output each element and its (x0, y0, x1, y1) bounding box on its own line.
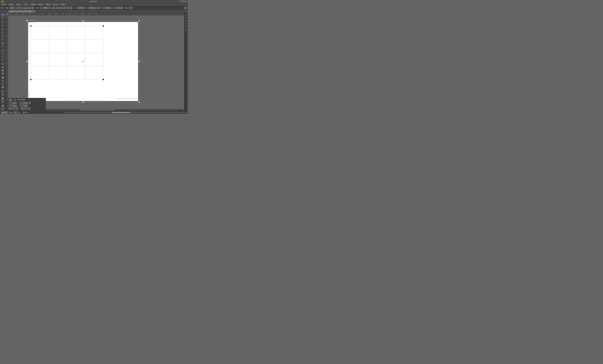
transform-w-input[interactable] (9, 105, 17, 107)
landscape-btn[interactable]: ▬ (24, 7, 27, 9)
align-left-btn[interactable]: ⊞ (52, 7, 55, 9)
menu-file[interactable]: 文件(F) (0, 3, 8, 6)
paintbrush-tool[interactable]: 🖌 (1, 42, 5, 44)
scale-tool[interactable]: ⤡ (1, 52, 5, 55)
link-wh-btn[interactable]: ⊕ (97, 7, 100, 9)
zoom-tool-btn[interactable]: ⊕ (1, 100, 5, 103)
right-btn-bottom[interactable]: | (185, 108, 187, 110)
handle-tc[interactable] (82, 20, 84, 22)
progress-thumb[interactable] (112, 112, 130, 113)
mesh-tool[interactable]: ⊞ (1, 72, 5, 75)
right-btn-3[interactable]: ◫ (185, 19, 187, 22)
fill-color[interactable]: ■ (1, 104, 5, 107)
transform-angle-input[interactable] (9, 107, 15, 110)
warp-tool[interactable]: 〜 (1, 58, 5, 61)
tab-pathfinder[interactable]: 路径查找器 (17, 99, 26, 101)
align-middle-btn[interactable]: ⊡ (66, 7, 69, 9)
menu-object[interactable]: 对象(O) (15, 3, 22, 6)
magic-wand-tool[interactable]: ✦ (1, 21, 5, 23)
zoom-input[interactable] (1, 111, 9, 114)
stroke-color[interactable]: □ (1, 107, 5, 110)
tab-transform[interactable]: 变换 (8, 99, 12, 101)
artboard-tool-btn[interactable]: ⊡ (1, 90, 5, 93)
type-tool[interactable]: T (1, 31, 5, 34)
right-btn-2[interactable]: ⊞ (185, 16, 187, 19)
rect-tool[interactable]: □ (1, 37, 5, 40)
tab-close-btn[interactable]: × (33, 11, 34, 12)
menu-window[interactable]: 窗口(W) (52, 3, 59, 6)
rotate-tool[interactable]: ↺ (1, 49, 5, 52)
preset-select[interactable]: 自定 (9, 7, 20, 9)
transform-x-input[interactable] (9, 102, 17, 104)
nav-next-btn[interactable]: ▶ (19, 111, 20, 113)
y-input[interactable] (87, 7, 96, 9)
link-xy-btn[interactable]: ⊕ (28, 102, 31, 104)
shape-builder-tool[interactable]: ⊕ (1, 66, 5, 68)
gradient-tool[interactable]: ▣ (1, 76, 5, 79)
direct-selection-tool[interactable]: ↗ (1, 17, 5, 20)
pencil-tool[interactable]: ✏ (1, 45, 5, 48)
h-input[interactable] (114, 7, 123, 9)
w-input[interactable] (103, 7, 111, 9)
artboard-align-btn[interactable]: ⊟ (31, 7, 34, 9)
transform-angle2-input[interactable] (21, 107, 28, 110)
panel-count-input[interactable] (129, 7, 133, 9)
tool-arrow[interactable]: ▶ (26, 111, 28, 113)
canvas-area[interactable]: -200 -150 -100 -50 0 50 100 150 (6, 13, 188, 111)
right-btn-6[interactable]: ⊕ (185, 28, 187, 31)
line-tool[interactable]: ╲ (1, 34, 5, 37)
menu-effect[interactable]: 效果(C) (37, 3, 44, 6)
slice-tool[interactable]: ⊟ (1, 93, 5, 96)
more-options-btn[interactable]: ≫ (184, 7, 187, 9)
align-right-btn[interactable]: ⊟ (59, 7, 62, 9)
status-right-arrow[interactable]: ▶ (186, 111, 186, 113)
status-arrow-left[interactable]: ◀ (10, 111, 11, 113)
menu-edit[interactable]: 编辑(E) (8, 3, 15, 6)
name-input[interactable] (40, 7, 52, 9)
hscroll-right-btn[interactable]: ▶ (180, 109, 184, 111)
angle2-dropdown[interactable]: ▼ (28, 107, 30, 110)
pen-tool[interactable]: ✒ (1, 28, 5, 31)
handle-ml[interactable] (26, 61, 28, 62)
artboard[interactable]: 01 - 画板 1 (28, 22, 138, 101)
center-handle[interactable] (82, 61, 84, 62)
eyedropper-tool[interactable]: ⊘ (1, 79, 5, 82)
right-btn-4[interactable]: ⊡ (185, 22, 187, 25)
hand-tool[interactable]: ✋ (1, 97, 5, 100)
right-btn-1[interactable]: ≡ (185, 13, 187, 16)
transform-y-input[interactable] (20, 102, 28, 104)
handle-tr[interactable] (139, 20, 140, 22)
panel-triangle[interactable]: ▼ (6, 99, 8, 100)
free-transform-tool[interactable]: ⊞ (1, 62, 5, 65)
artboard-container[interactable]: 01 - 画板 1 (8, 15, 188, 111)
menu-type[interactable]: 文字(T) (23, 3, 30, 6)
artboard-options-btn[interactable]: ⊞ (28, 7, 31, 9)
minimize-button[interactable]: ─ (180, 0, 182, 2)
panel-close-btn[interactable]: ✕ (44, 99, 45, 100)
handle-br[interactable] (139, 101, 140, 103)
tab-main[interactable]: 未标题-1* @ 66.67% (CMYK/预览) × (8, 10, 35, 13)
width-tool[interactable]: ⤢ (1, 55, 5, 58)
panel-collapse-btn[interactable]: ─ (43, 99, 44, 100)
selection-tool[interactable]: ↖ (1, 13, 5, 16)
handle-bc[interactable] (82, 101, 84, 103)
align-center-btn[interactable]: ⊡ (56, 7, 59, 9)
lasso-tool[interactable]: ⌖ (1, 24, 5, 27)
align-bottom-btn[interactable]: ◰ (70, 7, 73, 9)
right-btn-5[interactable]: ⊟ (185, 25, 187, 28)
page-input[interactable] (14, 111, 18, 114)
blend-tool[interactable]: ∞ (1, 82, 5, 86)
menu-file[interactable] (6, 1, 8, 2)
nav-prev-btn[interactable]: ◀ (12, 111, 13, 113)
transform-h-input[interactable] (20, 105, 28, 107)
chart-tool[interactable]: ▦ (1, 86, 5, 88)
close-button[interactable]: ✕ (185, 0, 186, 2)
angle-dropdown[interactable]: ▼ (16, 107, 18, 110)
tab-align[interactable]: 对齐 (13, 99, 17, 101)
perspective-tool[interactable]: ◧ (1, 69, 5, 72)
x-input[interactable] (76, 7, 85, 9)
handle-tl[interactable] (26, 20, 28, 22)
hscroll-thumb[interactable] (81, 109, 114, 111)
menu-select[interactable]: 选择(S) (30, 3, 37, 6)
handle-mr[interactable] (139, 61, 140, 62)
